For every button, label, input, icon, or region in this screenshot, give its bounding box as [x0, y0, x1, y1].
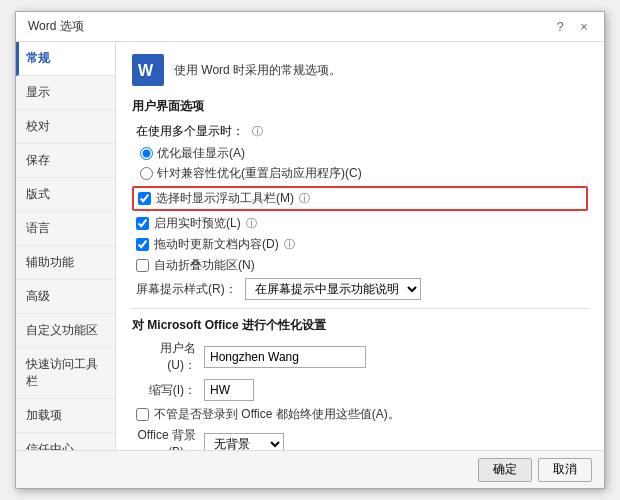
checkbox-update-doc-label: 拖动时更新文档内容(D) — [154, 236, 279, 253]
header-area: W 使用 Word 时采用的常规选项。 — [132, 54, 588, 86]
initials-input[interactable] — [204, 379, 254, 401]
floating-toolbar-info-icon: ⓘ — [299, 191, 310, 206]
multi-display-label: 在使用多个显示时： — [136, 123, 244, 140]
initials-row: 缩写(I)： — [132, 379, 588, 401]
radio-row-1: 优化最佳显示(A) — [140, 145, 588, 162]
sidebar-item-language[interactable]: 版式 — [16, 178, 115, 212]
checkbox-collapse-ribbon[interactable] — [136, 259, 149, 272]
initials-label: 缩写(I)： — [136, 382, 196, 399]
radio-row-2: 针对兼容性优化(重置启动应用程序)(C) — [140, 165, 588, 182]
screen-tip-row: 屏幕提示样式(R)： 在屏幕提示中显示功能说明 — [132, 278, 588, 300]
screen-tip-dropdown[interactable]: 在屏幕提示中显示功能说明 — [245, 278, 421, 300]
sidebar-item-addins[interactable]: 加载项 — [16, 399, 115, 433]
always-use-label: 不管是否登录到 Office 都始终使用这些值(A)。 — [154, 406, 400, 423]
help-button[interactable]: ? — [550, 18, 570, 36]
update-doc-info-icon: ⓘ — [284, 237, 295, 252]
sidebar-item-general[interactable]: 常规 — [16, 42, 115, 76]
cancel-button[interactable]: 取消 — [538, 458, 592, 482]
sidebar-item-accessibility[interactable]: 辅助功能 — [16, 246, 115, 280]
sidebar-item-trust_center[interactable]: 信任中心 — [16, 433, 115, 450]
ui-section-title: 用户界面选项 — [132, 98, 588, 115]
checkbox-row-floating-toolbar: 选择时显示浮动工具栏(M) ⓘ — [132, 186, 588, 211]
multi-display-row: 在使用多个显示时： ⓘ — [132, 123, 588, 140]
header-text: 使用 Word 时采用的常规选项。 — [174, 62, 341, 79]
sidebar: 常规显示校对保存版式语言辅助功能高级自定义功能区快速访问工具栏加载项信任中心 — [16, 42, 116, 450]
office-bg-row: Office 背景(B)： 无背景 — [132, 427, 588, 450]
personalize-title: 对 Microsoft Office 进行个性化设置 — [132, 317, 588, 334]
live-preview-info-icon: ⓘ — [246, 216, 257, 231]
word-options-dialog: Word 选项 ? × 常规显示校对保存版式语言辅助功能高级自定义功能区快速访问… — [15, 11, 605, 489]
username-row: 用户名(U)： — [132, 340, 588, 374]
sidebar-item-quick_access[interactable]: 快速访问工具栏 — [16, 348, 115, 399]
sidebar-item-advanced[interactable]: 高级 — [16, 280, 115, 314]
sidebar-item-save[interactable]: 保存 — [16, 144, 115, 178]
office-bg-dropdown[interactable]: 无背景 — [204, 433, 284, 450]
checkbox-floating-toolbar[interactable] — [138, 192, 151, 205]
checkbox-floating-toolbar-label: 选择时显示浮动工具栏(M) — [156, 190, 294, 207]
word-icon: W — [132, 54, 164, 86]
dialog-body: 常规显示校对保存版式语言辅助功能高级自定义功能区快速访问工具栏加载项信任中心 W… — [16, 42, 604, 450]
checkbox-live-preview-label: 启用实时预览(L) — [154, 215, 241, 232]
checkbox-always-use[interactable] — [136, 408, 149, 421]
sidebar-item-language2[interactable]: 语言 — [16, 212, 115, 246]
username-input[interactable] — [204, 346, 366, 368]
title-bar: Word 选项 ? × — [16, 12, 604, 42]
checkbox-live-preview[interactable] — [136, 217, 149, 230]
radio-compatibility[interactable] — [140, 167, 153, 180]
sidebar-item-display[interactable]: 显示 — [16, 76, 115, 110]
multi-display-info-icon: ⓘ — [252, 124, 263, 139]
checkbox-row-update-doc: 拖动时更新文档内容(D) ⓘ — [132, 236, 588, 253]
radio-compatibility-label: 针对兼容性优化(重置启动应用程序)(C) — [157, 165, 362, 182]
checkbox-row-collapse-ribbon: 自动折叠功能区(N) — [132, 257, 588, 274]
radio-optimize-display[interactable] — [140, 147, 153, 160]
always-use-row: 不管是否登录到 Office 都始终使用这些值(A)。 — [132, 406, 588, 423]
username-label: 用户名(U)： — [136, 340, 196, 374]
svg-text:W: W — [138, 62, 154, 79]
office-bg-label: Office 背景(B)： — [136, 427, 196, 450]
main-content: W 使用 Word 时采用的常规选项。 用户界面选项 在使用多个显示时： ⓘ 优… — [116, 42, 604, 450]
checkbox-collapse-ribbon-label: 自动折叠功能区(N) — [154, 257, 255, 274]
screen-tip-label: 屏幕提示样式(R)： — [136, 281, 237, 298]
dialog-title: Word 选项 — [28, 18, 84, 35]
checkbox-row-live-preview: 启用实时预览(L) ⓘ — [132, 215, 588, 232]
close-button[interactable]: × — [574, 18, 594, 36]
radio-optimize-display-label: 优化最佳显示(A) — [157, 145, 245, 162]
radio-group: 优化最佳显示(A) 针对兼容性优化(重置启动应用程序)(C) — [132, 145, 588, 182]
checkbox-update-doc[interactable] — [136, 238, 149, 251]
title-bar-controls: ? × — [550, 18, 594, 36]
sidebar-item-customize_ribbon[interactable]: 自定义功能区 — [16, 314, 115, 348]
ok-button[interactable]: 确定 — [478, 458, 532, 482]
dialog-footer: 确定 取消 — [16, 450, 604, 488]
divider-1 — [132, 308, 588, 309]
personalize-section: 对 Microsoft Office 进行个性化设置 用户名(U)： 缩写(I)… — [132, 317, 588, 450]
sidebar-item-proofing[interactable]: 校对 — [16, 110, 115, 144]
